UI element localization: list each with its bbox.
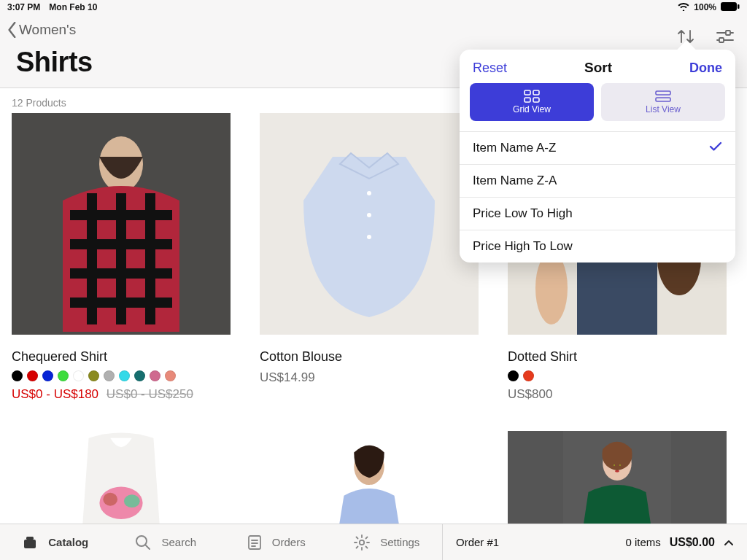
svg-rect-31 (24, 540, 36, 548)
sale-price: US$0 - US$180 (12, 387, 98, 401)
svg-rect-0 (721, 2, 737, 11)
tab-label: Orders (272, 536, 306, 548)
product-name: Dotted Shirt (508, 349, 727, 365)
svg-rect-25 (525, 90, 530, 95)
tab-orders[interactable]: Orders (221, 534, 332, 551)
battery-icon (721, 2, 740, 13)
svg-point-17 (124, 494, 140, 508)
grid-view-label: Grid View (513, 104, 551, 114)
sort-option[interactable]: Item Name A-Z (460, 131, 735, 164)
swatch[interactable] (523, 370, 534, 381)
grid-view-toggle[interactable]: Grid View (470, 83, 594, 121)
wifi-icon (678, 2, 689, 13)
swatch[interactable] (12, 370, 23, 381)
order-label: Order #1 (456, 536, 499, 548)
product-price: US$800 (508, 387, 727, 402)
product-price: US$14.99 (260, 370, 479, 385)
sort-popover: Reset Sort Done Grid View List View Item… (460, 50, 735, 262)
orders-icon (247, 534, 262, 551)
product-card[interactable]: Chequered Shirt US$0 - US$180 US$0 - US$… (12, 113, 231, 402)
svg-rect-29 (656, 91, 670, 95)
back-button[interactable]: Women's (7, 19, 735, 41)
svg-rect-32 (26, 537, 34, 540)
list-icon (655, 90, 671, 103)
svg-rect-27 (525, 98, 530, 102)
swatch[interactable] (27, 370, 38, 381)
sort-option-label: Price Low To High (473, 206, 573, 221)
svg-rect-11 (577, 252, 657, 335)
chevron-left-icon (7, 22, 18, 38)
reset-button[interactable]: Reset (473, 61, 507, 76)
svg-point-16 (103, 493, 117, 506)
tab-label: Settings (380, 536, 419, 548)
order-total: US$0.00 (670, 536, 715, 549)
check-icon (709, 141, 722, 155)
filter-sliders-icon (716, 28, 735, 44)
bottom-bar: Catalog Search Orders Settings Order #1 … (0, 524, 747, 560)
product-card[interactable]: Cotton Blouse US$14.99 (260, 113, 479, 402)
gear-icon (354, 534, 370, 551)
swatch[interactable] (165, 370, 176, 381)
popover-title: Sort (584, 60, 612, 76)
catalog-icon (22, 535, 38, 550)
product-image (12, 113, 231, 335)
swatch[interactable] (88, 370, 99, 381)
sort-option[interactable]: Item Name Z-A (460, 164, 735, 197)
done-button[interactable]: Done (689, 61, 722, 76)
product-price: US$0 - US$180 US$0 - US$250 (12, 387, 231, 402)
svg-rect-26 (533, 90, 539, 95)
svg-rect-28 (533, 98, 539, 102)
swatch[interactable] (134, 370, 145, 381)
product-image (260, 113, 479, 335)
filter-button[interactable] (715, 26, 735, 47)
svg-point-24 (615, 470, 619, 472)
status-date: Mon Feb 10 (49, 2, 97, 12)
svg-point-9 (367, 235, 371, 239)
product-name: Cotton Blouse (260, 349, 479, 365)
status-bar: 3:07 PM Mon Feb 10 100% (0, 0, 747, 15)
swatch[interactable] (119, 370, 130, 381)
status-time: 3:07 PM (7, 2, 40, 12)
swatch[interactable] (73, 370, 84, 381)
svg-point-22 (614, 464, 615, 466)
svg-point-23 (619, 464, 621, 466)
svg-point-35 (360, 540, 364, 544)
tab-search[interactable]: Search (111, 534, 222, 551)
sort-option[interactable]: Price Low To High (460, 197, 735, 230)
svg-point-8 (367, 213, 371, 217)
order-items: 0 items (625, 536, 660, 548)
svg-rect-34 (249, 536, 260, 549)
swatch[interactable] (508, 370, 519, 381)
back-label: Women's (19, 22, 76, 38)
swatch[interactable] (42, 370, 53, 381)
sort-option-label: Price High To Low (473, 239, 573, 254)
svg-point-7 (367, 191, 371, 195)
svg-rect-2 (726, 31, 730, 35)
battery-text: 100% (694, 2, 716, 12)
chevron-up-icon (724, 539, 734, 546)
list-view-toggle[interactable]: List View (601, 83, 725, 121)
sort-option[interactable]: Price High To Low (460, 230, 735, 262)
sort-option-label: Item Name A-Z (473, 141, 556, 155)
swatch-row (12, 370, 231, 381)
swatch-row (508, 370, 727, 381)
svg-rect-3 (719, 38, 724, 42)
product-name: Chequered Shirt (12, 349, 231, 365)
svg-point-13 (535, 252, 568, 324)
swatch[interactable] (104, 370, 115, 381)
swatch[interactable] (150, 370, 160, 381)
original-price: US$0 - US$250 (107, 387, 193, 401)
tab-label: Catalog (48, 536, 88, 548)
order-summary-bar[interactable]: Order #1 0 items US$0.00 (443, 524, 747, 560)
list-view-label: List View (646, 104, 681, 114)
svg-rect-30 (656, 98, 670, 101)
tab-catalog[interactable]: Catalog (0, 535, 111, 550)
svg-rect-1 (738, 4, 740, 9)
tab-bar: Catalog Search Orders Settings (0, 524, 442, 560)
tab-settings[interactable]: Settings (332, 534, 443, 551)
swatch[interactable] (58, 370, 69, 381)
search-icon (135, 534, 151, 551)
grid-icon (524, 90, 540, 103)
sort-option-label: Item Name Z-A (473, 174, 557, 188)
tab-label: Search (161, 536, 196, 548)
